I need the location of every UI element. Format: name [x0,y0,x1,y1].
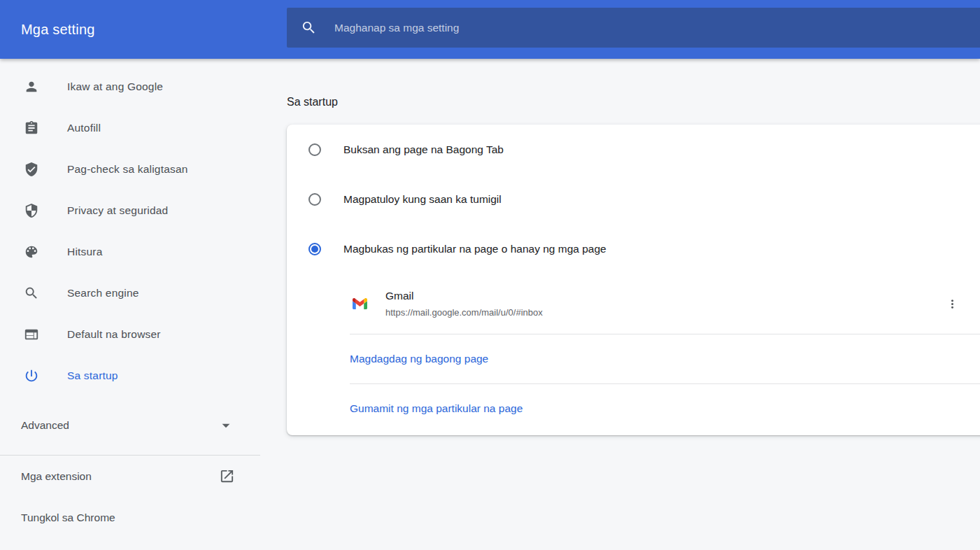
settings-search[interactable] [287,8,980,48]
person-icon [24,79,39,94]
radio-option-open-specific-pages[interactable]: Magbukas ng partikular na page o hanay n… [287,224,980,274]
site-title: Gmail [385,290,543,302]
add-page-button[interactable]: Magdagdag ng bagong page [287,334,980,383]
about-chrome-label: Tungkol sa Chrome [21,512,115,524]
radio-option-open-new-tab[interactable]: Buksan ang page na Bagong Tab [287,125,980,174]
more-options-button[interactable] [939,291,965,316]
sidebar-item-sa-startup[interactable]: Sa startup [0,355,260,396]
sidebar-item-privacy-at-seguridad[interactable]: Privacy at seguridad [0,190,260,231]
sidebar-item-ikaw-at-ang-google[interactable]: Ikaw at ang Google [0,66,260,107]
extensions-label: Mga extension [21,470,92,483]
advanced-label: Advanced [21,419,69,432]
page-title: Mga setting [21,22,95,38]
gmail-icon [353,298,367,309]
sidebar-item-label: Sa startup [67,369,118,382]
on-startup-card: Buksan ang page na Bagong Tab Magpatuloy… [287,125,980,435]
radio-button[interactable] [308,193,321,206]
sidebar-item-pag-check-sa-kaligtasan[interactable]: Pag-check sa kaligtasan [0,148,260,190]
sidebar-item-label: Default na browser [67,328,161,341]
search-icon [24,285,39,301]
sidebar-item-mga-extension[interactable]: Mga extension [0,456,260,497]
section-title: Sa startup [287,96,338,108]
search-icon [301,20,317,36]
settings-nav: Ikaw at ang Google Autofill Pag-check sa… [0,59,260,538]
sidebar-item-label: Privacy at seguridad [67,204,168,217]
sidebar-item-hitsura[interactable]: Hitsura [0,231,260,272]
sidebar-item-label: Pag-check sa kaligtasan [67,163,188,176]
security-shield-icon [24,203,39,218]
sidebar-item-autofill[interactable]: Autofill [0,107,260,148]
clipboard-icon [24,120,39,136]
radio-option-continue-where-left-off[interactable]: Magpatuloy kung saan ka tumigil [287,174,980,224]
sidebar-item-label: Hitsura [67,246,103,258]
radio-option-label: Magbukas ng partikular na page o hanay n… [343,243,606,255]
app-header: Mga setting [0,0,980,59]
palette-icon [24,244,39,260]
advanced-button[interactable]: Advanced [0,404,260,446]
power-icon [24,368,39,383]
radio-option-label: Magpatuloy kung saan ka tumigil [343,193,502,206]
sidebar-item-label: Search engine [67,287,139,299]
shield-check-icon [24,162,39,177]
site-url: https://mail.google.com/mail/u/0/#inbox [385,307,543,318]
use-current-pages-button[interactable]: Gumamit ng mga partikular na page [287,384,980,433]
radio-button[interactable] [308,243,321,255]
radio-button[interactable] [308,143,321,156]
browser-window-icon [24,327,39,342]
sidebar-item-tungkol-sa-chrome[interactable]: Tungkol sa Chrome [0,497,260,538]
startup-page-info: Gmail https://mail.google.com/mail/u/0/#… [385,290,543,318]
open-in-new-icon [219,468,235,484]
sidebar-item-label: Ikaw at ang Google [67,80,163,93]
search-input[interactable] [334,22,980,34]
sidebar-item-default-na-browser[interactable]: Default na browser [0,313,260,355]
radio-option-label: Buksan ang page na Bagong Tab [343,143,504,156]
chevron-down-icon [217,416,235,435]
startup-page-row: Gmail https://mail.google.com/mail/u/0/#… [287,274,980,334]
sidebar-item-label: Autofill [67,122,101,134]
sidebar-item-search-engine[interactable]: Search engine [0,272,260,313]
more-vert-icon [946,297,959,311]
